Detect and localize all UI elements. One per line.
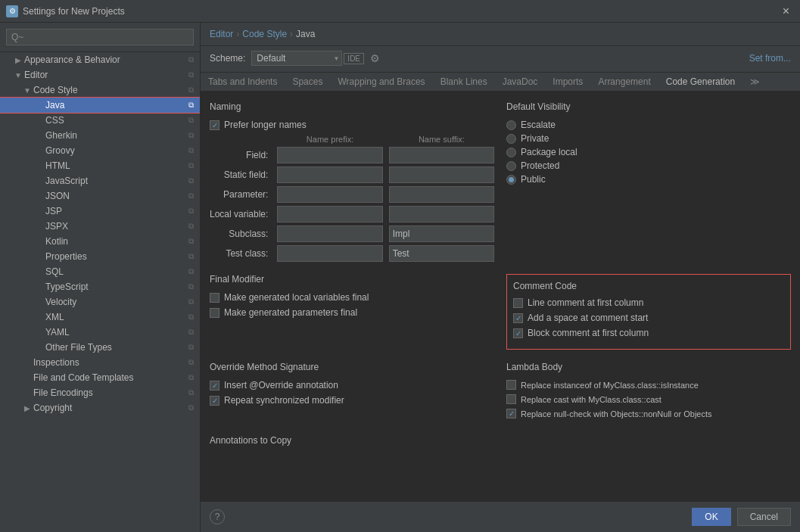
search-input[interactable] [6, 29, 194, 45]
lambda-checkbox-replace-instanceof[interactable] [506, 380, 516, 390]
sidebar-item-kotlin[interactable]: Kotlin⧉ [0, 234, 200, 249]
prefix-input-field[interactable] [277, 147, 382, 163]
scheme-select[interactable]: Default [251, 51, 342, 66]
sidebar-item-groovy[interactable]: Groovy⧉ [0, 143, 200, 158]
help-button[interactable]: ? [210, 509, 225, 524]
visibility-radio-package-local[interactable] [506, 148, 516, 157]
bottom-buttons: OK Cancel [692, 508, 791, 526]
app-icon: ⚙ [6, 5, 18, 17]
sidebar-item-css[interactable]: CSS⧉ [0, 113, 200, 128]
visibility-label-private[interactable]: Private [521, 133, 549, 144]
tab-wrapping[interactable]: Wrapping and Braces [330, 73, 432, 92]
lambda-label-replace-instanceof[interactable]: Replace instanceof of MyClass.class::isI… [521, 381, 699, 390]
override-label-insert-override[interactable]: Insert @Override annotation [224, 380, 338, 390]
sidebar-item-gherkin[interactable]: Gherkin⧉ [0, 128, 200, 143]
copy-icon: ⧉ [188, 328, 194, 337]
gear-icon[interactable]: ⚙ [370, 52, 380, 64]
tab-overflow[interactable]: ≫ [742, 73, 767, 92]
visibility-radio-escalate[interactable] [506, 120, 516, 130]
comment-checkbox-line-comment-first-col[interactable] [513, 298, 523, 308]
comment-label-block-comment-first-col[interactable]: Block comment at first column [528, 328, 649, 338]
override-section: Override Method Signature Insert @Overri… [210, 362, 494, 423]
visibility-label-public[interactable]: Public [521, 174, 546, 185]
sidebar-item-jspx[interactable]: JSPX⧉ [0, 219, 200, 234]
comment-label-line-comment-first-col[interactable]: Line comment at first column [528, 297, 643, 308]
sidebar-item-label: JSPX [45, 221, 185, 232]
visibility-label-protected[interactable]: Protected [521, 160, 559, 171]
tab-tabs-indents[interactable]: Tabs and Indents [201, 73, 285, 92]
cancel-button[interactable]: Cancel [737, 508, 791, 526]
sidebar-item-sql[interactable]: SQL⧉ [0, 264, 200, 279]
sidebar-item-json[interactable]: JSON⧉ [0, 188, 200, 204]
prefix-input-test-class[interactable] [277, 245, 382, 262]
final-checkbox-make-local-final[interactable] [210, 293, 219, 303]
prefix-input-local-variable[interactable] [277, 206, 382, 222]
tab-javadoc[interactable]: JavaDoc [495, 73, 546, 92]
breadcrumb-code-style[interactable]: Code Style [242, 29, 287, 39]
breadcrumb-java: Java [296, 29, 315, 39]
sidebar-item-other-file-types[interactable]: Other File Types⧉ [0, 340, 200, 355]
visibility-radio-public[interactable] [506, 175, 516, 185]
tab-blank-lines[interactable]: Blank Lines [433, 73, 495, 92]
sidebar-item-file-encodings[interactable]: File Encodings⧉ [0, 385, 200, 400]
visibility-label-package-local[interactable]: Package local [521, 147, 577, 157]
tab-code-generation[interactable]: Code Generation [658, 73, 742, 92]
sidebar-item-code-style[interactable]: ▼Code Style⧉ [0, 82, 200, 98]
suffix-input-test-class[interactable] [389, 245, 494, 262]
override-checkbox-insert-override[interactable] [210, 381, 219, 390]
sidebar-item-appearance[interactable]: ▶Appearance & Behavior⧉ [0, 52, 200, 67]
lambda-label-replace-cast[interactable]: Replace cast with MyClass.class::cast [521, 395, 661, 404]
prefix-input-parameter[interactable] [277, 186, 382, 203]
lambda-label-replace-null-check[interactable]: Replace null-check with Objects::nonNull… [521, 409, 712, 418]
prefer-longer-checkbox[interactable] [210, 120, 219, 130]
sidebar-item-label: Editor [24, 70, 185, 80]
sidebar-item-java[interactable]: Java⧉ [0, 98, 200, 113]
copy-icon: ⧉ [188, 86, 194, 95]
prefix-input-static-field[interactable] [277, 166, 382, 183]
final-label-make-params-final[interactable]: Make generated parameters final [224, 307, 357, 318]
sidebar-item-properties[interactable]: Properties⧉ [0, 249, 200, 264]
suffix-input-static-field[interactable] [389, 166, 494, 183]
suffix-input-parameter[interactable] [389, 186, 494, 203]
comment-checkbox-block-comment-first-col[interactable] [513, 328, 523, 338]
prefix-input-subclass[interactable] [277, 226, 382, 242]
sidebar-item-inspections[interactable]: Inspections⧉ [0, 355, 200, 370]
override-row-repeat-synchronized: Repeat synchronized modifier [210, 395, 494, 406]
tab-arrangement[interactable]: Arrangement [590, 73, 658, 92]
suffix-input-field[interactable] [389, 147, 494, 163]
sidebar-item-file-and-code-templates[interactable]: File and Code Templates⧉ [0, 370, 200, 385]
prefer-longer-label[interactable]: Prefer longer names [224, 120, 307, 130]
lambda-checkbox-replace-null-check[interactable] [506, 409, 516, 418]
sidebar-item-yaml[interactable]: YAML⧉ [0, 325, 200, 340]
tab-spaces[interactable]: Spaces [285, 73, 330, 92]
sidebar-item-xml[interactable]: XML⧉ [0, 310, 200, 325]
visibility-label-escalate[interactable]: Escalate [521, 120, 556, 130]
ok-button[interactable]: OK [692, 508, 730, 526]
lambda-checkbox-replace-cast[interactable] [506, 394, 516, 404]
visibility-radio-private[interactable] [506, 134, 516, 144]
final-label-make-local-final[interactable]: Make generated local variables final [224, 292, 369, 303]
override-checkbox-repeat-synchronized[interactable] [210, 396, 219, 406]
visibility-options: EscalatePrivatePackage localProtectedPub… [506, 120, 791, 185]
visibility-radio-protected[interactable] [506, 161, 516, 171]
breadcrumb-editor[interactable]: Editor [210, 29, 233, 39]
sidebar-item-html[interactable]: HTML⧉ [0, 158, 200, 173]
content-header: Editor › Code Style › Java [201, 23, 800, 46]
set-from-link[interactable]: Set from... [749, 53, 791, 64]
suffix-input-subclass[interactable] [389, 226, 494, 242]
close-button[interactable]: × [778, 3, 794, 20]
sidebar-item-copyright[interactable]: ▶Copyright⧉ [0, 400, 200, 415]
lambda-row-replace-null-check: Replace null-check with Objects::nonNull… [506, 409, 791, 418]
comment-label-add-space-comment[interactable]: Add a space at comment start [528, 313, 648, 323]
sidebar-item-javascript[interactable]: JavaScript⧉ [0, 173, 200, 188]
suffix-input-local-variable[interactable] [389, 206, 494, 222]
tree-arrow-icon: ▶ [21, 404, 33, 412]
sidebar-item-jsp[interactable]: JSP⧉ [0, 204, 200, 219]
override-label-repeat-synchronized[interactable]: Repeat synchronized modifier [224, 395, 344, 406]
sidebar-item-velocity[interactable]: Velocity⧉ [0, 294, 200, 310]
tab-imports[interactable]: Imports [545, 73, 590, 92]
final-checkbox-make-params-final[interactable] [210, 308, 219, 318]
comment-checkbox-add-space-comment[interactable] [513, 313, 523, 323]
sidebar-item-editor[interactable]: ▼Editor⧉ [0, 67, 200, 82]
sidebar-item-typescript[interactable]: TypeScript⧉ [0, 279, 200, 294]
